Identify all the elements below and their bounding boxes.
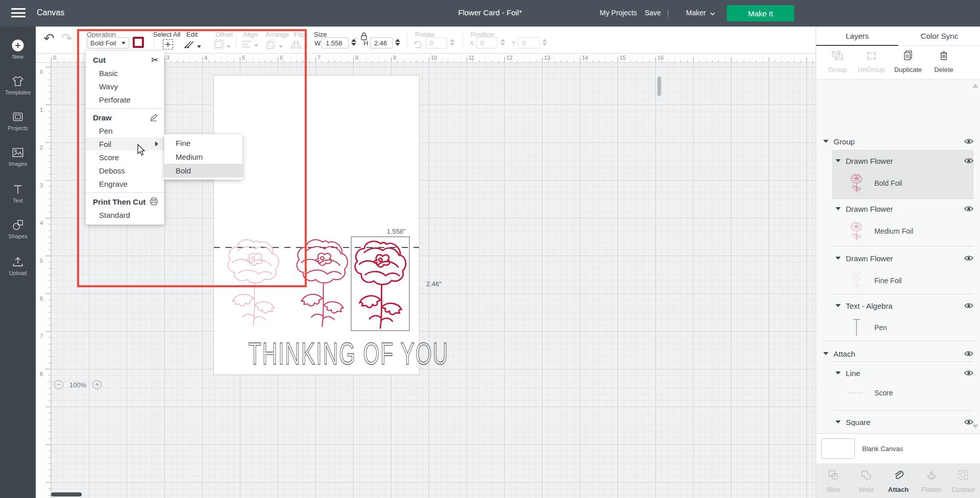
- flatten-button[interactable]: Flatten: [916, 469, 947, 493]
- caret-down-icon[interactable]: [836, 420, 841, 424]
- machine-label: Maker: [686, 9, 706, 17]
- caret-down-icon[interactable]: [823, 140, 828, 143]
- eye-icon[interactable]: [964, 255, 973, 261]
- duplicate-button[interactable]: Duplicate: [892, 50, 924, 73]
- menu-item-standard[interactable]: Standard: [86, 208, 164, 221]
- my-projects-link[interactable]: My Projects: [600, 9, 637, 17]
- slice-button[interactable]: Slice: [818, 469, 849, 493]
- sidebar-item-upload[interactable]: Upload: [0, 255, 36, 276]
- caret-down-icon[interactable]: [836, 304, 841, 307]
- make-it-button[interactable]: Make It: [727, 5, 794, 21]
- eye-icon[interactable]: [964, 303, 973, 309]
- layer-row-drawn-flower-3[interactable]: Drawn Flower: [816, 252, 980, 265]
- position-y-input[interactable]: 0: [518, 37, 540, 48]
- layer-row-drawn-flower-1[interactable]: Drawn Flower: [816, 154, 980, 167]
- zoom-in-icon[interactable]: +: [92, 380, 102, 389]
- eye-icon[interactable]: [964, 351, 973, 357]
- layer-row-line[interactable]: Line: [816, 366, 980, 380]
- redo-icon[interactable]: ↷: [61, 31, 72, 46]
- caret-down-icon[interactable]: [836, 207, 841, 210]
- menu-item-wavy[interactable]: Wavy: [86, 80, 164, 93]
- eye-icon[interactable]: [964, 206, 973, 212]
- group-button[interactable]: Group: [821, 50, 854, 73]
- sublayer-bold-foil[interactable]: Bold Foil: [848, 172, 902, 194]
- caret-down-icon[interactable]: [836, 371, 841, 375]
- menu-item-score[interactable]: Score: [86, 151, 164, 164]
- color-swatch[interactable]: [133, 37, 144, 48]
- height-input[interactable]: 2.46: [370, 37, 393, 48]
- layer-row-square[interactable]: Square: [816, 415, 980, 429]
- arrange-icon[interactable]: [265, 39, 283, 52]
- menu-header-draw[interactable]: Draw: [86, 111, 164, 124]
- save-link[interactable]: Save: [645, 9, 661, 17]
- sidebar-item-text[interactable]: Text: [0, 183, 36, 204]
- sidebar-item-templates[interactable]: Templates: [0, 74, 36, 95]
- sublayer-pen[interactable]: Pen: [848, 317, 887, 338]
- menu-item-perforate[interactable]: Perforate: [86, 93, 164, 106]
- canvas-vertical-scrollbar[interactable]: [657, 77, 661, 96]
- undo-icon[interactable]: ↶: [43, 31, 55, 46]
- layer-row-drawn-flower-2[interactable]: Drawn Flower: [816, 202, 980, 215]
- tab-color-sync[interactable]: Color Sync: [898, 27, 980, 46]
- zoom-out-icon[interactable]: −: [54, 380, 63, 389]
- select-all-icon[interactable]: [162, 39, 174, 52]
- sublayer-medium-foil[interactable]: Medium Foil: [848, 220, 913, 242]
- rotate-icon[interactable]: [413, 40, 423, 51]
- canvas-horizontal-scrollbar[interactable]: [51, 492, 82, 496]
- sidebar-item-projects[interactable]: Projects: [0, 110, 36, 131]
- rotate-input[interactable]: 0: [426, 37, 447, 48]
- position-x-stepper[interactable]: [500, 38, 506, 48]
- weld-button[interactable]: Weld: [851, 469, 881, 493]
- edit-tools-icon[interactable]: [183, 39, 201, 52]
- height-stepper[interactable]: [395, 38, 401, 48]
- sublayer-fine-foil[interactable]: Fine Foil: [848, 270, 902, 291]
- tab-layers[interactable]: Layers: [816, 27, 898, 46]
- caret-down-icon[interactable]: [836, 159, 841, 162]
- menu-item-engrave[interactable]: Engrave: [86, 177, 164, 190]
- machine-select[interactable]: Maker: [686, 9, 715, 17]
- caret-down-icon[interactable]: [836, 257, 841, 260]
- menu-header-cut[interactable]: Cut ✂: [86, 53, 164, 66]
- operation-select[interactable]: Bold Foil: [87, 37, 129, 48]
- selection-bounding-box[interactable]: [351, 236, 410, 331]
- flower-fine-foil[interactable]: [225, 236, 283, 329]
- delete-button[interactable]: Delete: [927, 50, 960, 73]
- eye-icon[interactable]: [964, 138, 973, 144]
- menu-item-pen[interactable]: Pen: [86, 124, 164, 137]
- ungroup-button[interactable]: UnGroup: [855, 50, 888, 73]
- caret-down-icon[interactable]: [823, 352, 828, 355]
- scroll-down-icon[interactable]: [972, 425, 978, 429]
- layer-row-attach[interactable]: Attach: [816, 347, 980, 360]
- position-x-input[interactable]: 0: [476, 37, 498, 48]
- sidebar-item-new[interactable]: New: [0, 39, 36, 60]
- submenu-item-medium[interactable]: Medium: [164, 150, 242, 164]
- submenu-item-bold[interactable]: Bold: [164, 164, 242, 178]
- layer-row-group[interactable]: Group: [816, 135, 980, 148]
- align-label: Align: [243, 31, 258, 38]
- align-icon[interactable]: [241, 40, 258, 51]
- card-text[interactable]: THINKING OF YOU: [249, 335, 385, 371]
- scroll-up-icon[interactable]: [972, 84, 978, 88]
- attach-button[interactable]: Attach: [883, 469, 914, 493]
- eye-icon[interactable]: [964, 370, 973, 376]
- layer-row-text-algebra[interactable]: Text - Algebra: [816, 299, 980, 312]
- blank-canvas-row[interactable]: Blank Canvas: [816, 434, 980, 463]
- contour-button[interactable]: Contour: [948, 469, 978, 493]
- sidebar-item-shapes[interactable]: Shapes: [0, 218, 36, 239]
- menu-item-basic[interactable]: Basic: [86, 66, 164, 80]
- flip-icon[interactable]: [290, 39, 308, 52]
- menu-item-deboss[interactable]: Deboss: [86, 164, 164, 177]
- offset-icon[interactable]: [213, 39, 231, 52]
- submenu-item-fine[interactable]: Fine: [164, 136, 242, 150]
- flatten-icon: [926, 469, 937, 481]
- menu-header-print-then-cut[interactable]: Print Then Cut: [86, 195, 164, 208]
- sidebar-item-label: Projects: [0, 125, 36, 131]
- menu-item-foil[interactable]: Foil: [86, 137, 164, 151]
- sublayer-score[interactable]: Score: [848, 389, 893, 397]
- sidebar-item-images[interactable]: Images: [0, 146, 36, 167]
- width-input[interactable]: 1.558: [322, 37, 349, 48]
- position-y-stepper[interactable]: [542, 38, 548, 48]
- rotate-stepper[interactable]: [449, 38, 455, 48]
- eye-icon[interactable]: [964, 158, 973, 164]
- flower-medium-foil[interactable]: [293, 236, 352, 329]
